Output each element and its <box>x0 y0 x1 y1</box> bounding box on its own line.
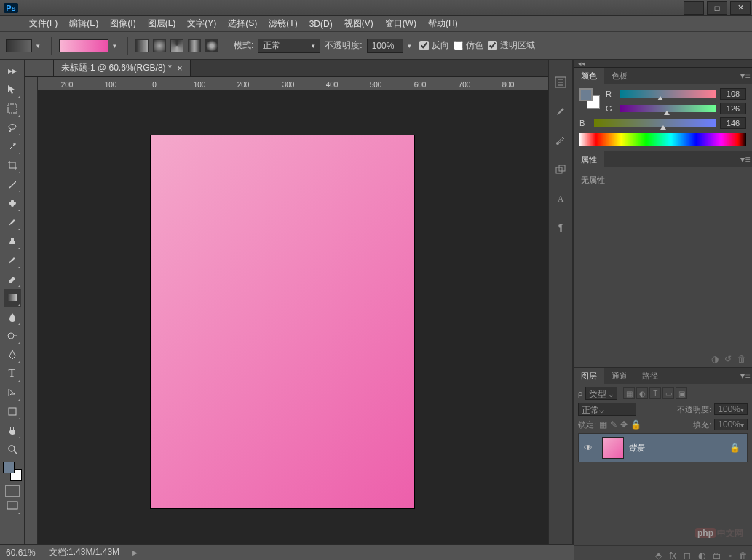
tool-preset-picker[interactable] <box>6 39 32 52</box>
layer-opacity-input[interactable]: 100% ▾ <box>714 403 748 415</box>
menu-help[interactable]: 帮助(H) <box>422 15 464 32</box>
chevron-down-icon[interactable]: ▾ <box>113 42 120 50</box>
panel-menu-icon[interactable]: ▾≡ <box>739 68 752 84</box>
ruler-origin[interactable] <box>25 77 38 90</box>
link-layers-icon[interactable]: ⬘ <box>655 551 662 561</box>
r-input[interactable] <box>720 88 746 100</box>
expand-tools-icon[interactable]: ▸▸ <box>4 62 21 79</box>
status-menu-icon[interactable]: ▶ <box>132 549 138 556</box>
menu-layer[interactable]: 图层(L) <box>142 15 182 32</box>
move-tool[interactable] <box>4 81 21 98</box>
fill-input[interactable]: 100% ▾ <box>714 419 748 430</box>
layer-name[interactable]: 背景 <box>628 443 729 454</box>
gradient-reflected-icon[interactable] <box>188 39 201 52</box>
tab-channels[interactable]: 通道 <box>604 368 635 384</box>
canvas-viewport[interactable]: 200 100 0 100 200 300 400 500 600 700 80… <box>25 77 548 544</box>
lock-pixels-icon[interactable]: ✎ <box>610 419 617 430</box>
tab-layers[interactable]: 图层 <box>574 368 604 384</box>
filter-type-icon[interactable]: T <box>649 387 661 399</box>
lock-position-icon[interactable]: ✥ <box>620 419 628 430</box>
history-brush-tool[interactable] <box>4 251 21 269</box>
dither-checkbox[interactable]: 仿色 <box>454 39 483 52</box>
blend-mode-select[interactable]: 正常▾ <box>258 39 320 53</box>
close-tab-icon[interactable]: × <box>178 63 183 74</box>
menu-edit[interactable]: 编辑(E) <box>63 15 104 32</box>
magic-wand-tool[interactable] <box>4 138 21 155</box>
menu-image[interactable]: 图像(I) <box>104 15 141 32</box>
visibility-toggle-icon[interactable]: 👁 <box>579 443 598 453</box>
group-icon[interactable]: 🗀 <box>713 551 721 561</box>
reset-icon[interactable]: ↺ <box>724 354 732 364</box>
brush-tool[interactable] <box>4 213 21 231</box>
r-slider[interactable] <box>620 90 716 98</box>
type-tool[interactable]: T <box>4 365 21 382</box>
filter-pixel-icon[interactable]: ▦ <box>623 387 635 399</box>
layer-mask-icon[interactable]: ◻ <box>684 551 691 561</box>
crop-tool[interactable] <box>4 157 21 174</box>
blend-mode-select[interactable]: 正常⌵ <box>578 403 636 416</box>
menu-select[interactable]: 选择(S) <box>222 15 263 32</box>
eyedropper-tool[interactable] <box>4 176 21 193</box>
adjustment-layer-icon[interactable]: ◐ <box>698 551 705 561</box>
filter-adjust-icon[interactable]: ◐ <box>636 387 648 399</box>
opacity-input[interactable]: 100% <box>367 39 403 53</box>
maximize-button[interactable]: □ <box>707 1 727 15</box>
quick-mask-toggle[interactable] <box>5 485 20 497</box>
b-slider[interactable] <box>594 119 716 127</box>
menu-file[interactable]: 文件(F) <box>23 15 63 32</box>
pen-tool[interactable] <box>4 346 21 363</box>
clone-stamp-tool[interactable] <box>4 232 21 250</box>
filter-shape-icon[interactable]: ▭ <box>662 387 674 399</box>
b-input[interactable] <box>720 117 746 129</box>
lock-all-icon[interactable]: 🔒 <box>630 419 641 430</box>
gradient-angle-icon[interactable] <box>170 39 183 52</box>
filter-smart-icon[interactable]: ▣ <box>676 387 687 399</box>
transparency-checkbox[interactable]: 透明区域 <box>488 39 535 52</box>
tab-arrange-icon[interactable] <box>25 60 54 76</box>
lock-transparency-icon[interactable]: ▦ <box>599 419 607 430</box>
gradient-diamond-icon[interactable] <box>205 39 218 52</box>
zoom-tool[interactable] <box>4 441 21 458</box>
chevron-down-icon[interactable]: ▾ <box>408 42 415 50</box>
path-selection-tool[interactable] <box>4 384 21 401</box>
menu-window[interactable]: 窗口(W) <box>379 15 422 32</box>
menu-3d[interactable]: 3D(D) <box>304 17 339 31</box>
brush-settings-icon[interactable] <box>553 133 569 149</box>
gradient-picker[interactable] <box>59 39 108 52</box>
vertical-ruler[interactable] <box>25 90 38 544</box>
tab-properties[interactable]: 属性 <box>574 151 604 167</box>
clip-icon[interactable]: ◑ <box>711 354 719 364</box>
lasso-tool[interactable] <box>4 119 21 136</box>
rectangle-tool[interactable] <box>4 403 21 420</box>
tab-paths[interactable]: 路径 <box>635 368 665 384</box>
g-slider[interactable] <box>620 105 716 112</box>
zoom-level[interactable]: 60.61% <box>6 548 36 558</box>
document-tab[interactable]: 未标题-1 @ 60.6%(RGB/8) * × <box>54 60 191 76</box>
brush-presets-icon[interactable] <box>553 103 569 119</box>
color-swatch-pair[interactable] <box>579 88 600 109</box>
hand-tool[interactable] <box>4 422 21 439</box>
gradient-linear-icon[interactable] <box>135 39 149 52</box>
reverse-checkbox[interactable]: 反向 <box>419 39 449 52</box>
layer-style-icon[interactable]: fx <box>669 551 676 561</box>
menu-view[interactable]: 视图(V) <box>339 15 379 32</box>
g-input[interactable] <box>720 103 746 114</box>
panel-menu-icon[interactable]: ▾≡ <box>739 368 752 384</box>
panel-menu-icon[interactable]: ▾≡ <box>739 151 752 167</box>
screen-mode-icon[interactable] <box>4 497 21 515</box>
tab-swatches[interactable]: 色板 <box>604 68 635 84</box>
paragraph-panel-icon[interactable]: ¶ <box>553 220 569 236</box>
filter-type-select[interactable]: 类型 ⌵ <box>585 387 617 400</box>
foreground-color-swatch[interactable] <box>3 462 15 473</box>
menu-type[interactable]: 文字(Y) <box>181 15 222 32</box>
trash-icon[interactable]: 🗑 <box>737 354 746 364</box>
close-button[interactable]: ✕ <box>730 1 751 15</box>
healing-brush-tool[interactable] <box>4 194 21 212</box>
canvas-artboard[interactable] <box>151 135 414 508</box>
chevron-down-icon[interactable]: ▾ <box>36 42 44 50</box>
layer-row[interactable]: 👁 背景 🔒 <box>578 433 748 462</box>
fg-color-swatch[interactable] <box>579 88 593 101</box>
layer-thumbnail[interactable] <box>602 437 624 459</box>
collapse-panels-icon[interactable]: ◂◂ <box>574 60 752 68</box>
marquee-tool[interactable] <box>4 100 21 117</box>
